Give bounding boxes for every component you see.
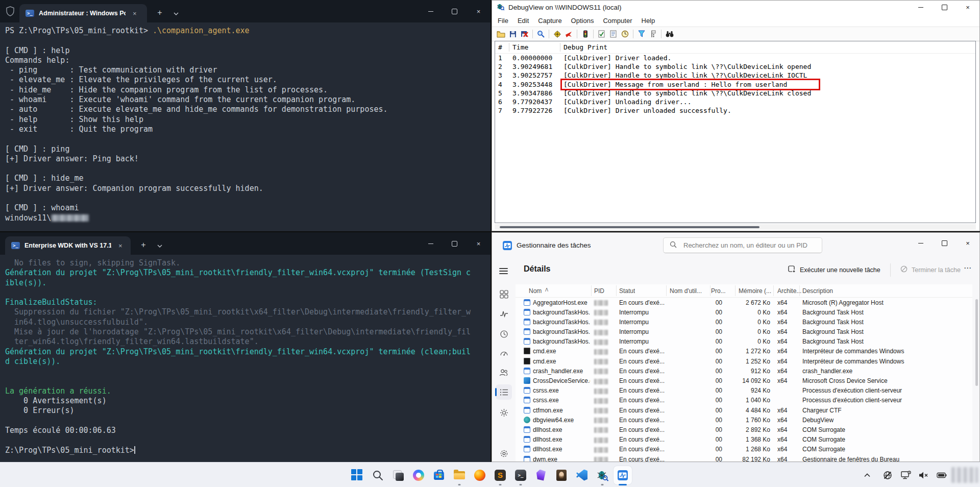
portrait-app-button[interactable] — [551, 464, 572, 487]
search-input[interactable] — [682, 241, 812, 250]
search-box[interactable] — [663, 237, 822, 253]
nav-app-history[interactable] — [496, 326, 512, 342]
tab-close-icon[interactable]: × — [118, 242, 122, 250]
microsoft-store-button[interactable] — [429, 464, 449, 487]
clock-date-redacted[interactable] — [951, 467, 978, 483]
nav-menu-toggle[interactable] — [499, 266, 508, 276]
debug-row[interactable]: 6 9.77920437 [CulkDriver] Unloading driv… — [495, 98, 975, 106]
column-pid[interactable]: PID — [594, 287, 604, 295]
run-new-task-button[interactable]: Exécuter une nouvelle tâche — [788, 265, 880, 275]
column-num[interactable]: # — [498, 41, 502, 53]
no-internet-icon[interactable] — [881, 469, 894, 482]
minimize-button[interactable] — [909, 1, 933, 14]
nav-performance[interactable] — [496, 306, 512, 321]
process-row[interactable]: cmd.exe En cours d'exé... 00 1 252 Ko x6… — [516, 356, 972, 366]
debugview-titlebar[interactable]: DebugView on \\WINDOWS11 (local) × — [492, 1, 979, 14]
maximize-button[interactable] — [933, 1, 956, 14]
traffic-light-icon[interactable] — [579, 29, 591, 39]
nav-services[interactable] — [496, 405, 512, 420]
menu-item[interactable]: Computer — [598, 17, 636, 25]
new-tab-button[interactable]: + — [137, 238, 150, 252]
volume-muted-icon[interactable] — [917, 469, 930, 482]
tab-dropdown-icon[interactable] — [169, 6, 183, 19]
column-debug-print[interactable]: Debug Print — [564, 41, 607, 53]
debug-output-list[interactable]: # Time Debug Print 1 0.00000000 [CulkDri… — [495, 41, 976, 223]
column-status[interactable]: Statut — [619, 287, 635, 295]
maximize-button[interactable] — [443, 0, 467, 22]
nav-users[interactable] — [496, 365, 512, 380]
close-button[interactable]: × — [956, 233, 979, 253]
minimize-button[interactable] — [419, 232, 443, 255]
process-row[interactable]: backgroundTaskHos... Interrompu 00 0 Ko … — [516, 337, 972, 347]
close-button[interactable]: × — [467, 232, 491, 255]
process-row[interactable]: dllhost.exe En cours d'exé... 00 1 368 K… — [516, 435, 972, 445]
filter-funnel-icon[interactable] — [635, 29, 647, 39]
nav-processes[interactable] — [496, 286, 512, 302]
list-header[interactable]: # Time Debug Print — [495, 41, 975, 54]
debug-row[interactable]: 5 3.90347886 [CulkDriver] Handle to symb… — [495, 89, 975, 98]
column-user[interactable]: Nom d'util... — [670, 287, 706, 295]
vertical-scrollbar[interactable] — [975, 299, 978, 386]
terminal-titlebar[interactable]: >_ Administrateur : Windows Po × + × — [0, 0, 491, 22]
minimize-button[interactable] — [909, 233, 933, 253]
process-row[interactable]: dbgview64.exe En cours d'exé... 00 1 760… — [516, 415, 972, 425]
tab-close-icon[interactable]: × — [133, 10, 137, 17]
column-description[interactable]: Description — [802, 287, 833, 295]
menu-item[interactable]: Options — [567, 17, 599, 25]
clear-display-icon[interactable] — [519, 29, 530, 39]
minimize-button[interactable] — [419, 0, 443, 22]
binoculars-icon[interactable] — [664, 29, 675, 39]
airplane-icon[interactable] — [563, 29, 575, 39]
search-button[interactable] — [368, 464, 388, 487]
tab-dropdown-icon[interactable] — [153, 238, 166, 252]
column-architecture[interactable]: Archite... — [777, 287, 801, 295]
column-memory[interactable]: Mémoire (... — [739, 287, 772, 295]
menu-item[interactable]: Help — [637, 17, 660, 25]
terminal-output[interactable]: PS Z:\Prog\TPs\05_mini_rootkit> .\compan… — [0, 22, 491, 231]
process-row[interactable]: crash_handler.exe En cours d'exé... 00 9… — [516, 366, 972, 376]
process-row[interactable]: ctfmon.exe En cours d'exé... 00 4 484 Ko… — [516, 405, 972, 415]
cast-display-icon[interactable] — [899, 469, 913, 482]
highlight-flag-icon[interactable] — [647, 29, 659, 39]
debug-row[interactable]: 1 0.00000000 [CulkDriver] Driver loaded. — [495, 54, 975, 62]
task-view-button[interactable] — [388, 464, 408, 487]
process-row[interactable]: backgroundTaskHos... Interrompu 00 0 Ko … — [516, 307, 972, 317]
tab-ewdk[interactable]: >_ Enterprise WDK with VS 17.11. × — [5, 236, 131, 255]
process-row[interactable]: dwm.exe En cours d'exé... 00 82 192 Ko x… — [516, 454, 972, 461]
maximize-button[interactable] — [443, 232, 467, 255]
column-name[interactable]: Nom — [529, 287, 542, 295]
form-check-icon[interactable] — [596, 29, 607, 39]
terminal-output[interactable]: No files to sign, skipping SignTask.Géné… — [0, 255, 491, 462]
file-explorer-button[interactable] — [449, 464, 470, 487]
capture-kernel-icon[interactable] — [551, 29, 563, 39]
close-button[interactable]: × — [956, 1, 979, 14]
new-tab-button[interactable]: + — [153, 6, 166, 19]
obsidian-button[interactable] — [531, 464, 551, 487]
process-row[interactable]: csrss.exe En cours d'exé... 00 924 Ko Pr… — [516, 386, 972, 396]
process-row[interactable]: CrossDeviceService.e... En cours d'exé..… — [516, 376, 972, 386]
debug-row[interactable]: 2 3.90249681 [CulkDriver] Handle to symb… — [495, 62, 975, 71]
battery-icon[interactable] — [935, 469, 948, 482]
process-row[interactable]: dllhost.exe En cours d'exé... 00 2 892 K… — [516, 425, 972, 434]
task-manager-button[interactable] — [612, 464, 633, 487]
close-button[interactable]: × — [467, 0, 491, 22]
menu-item[interactable]: Capture — [533, 17, 566, 25]
column-time[interactable]: Time — [512, 41, 528, 53]
taskman-titlebar[interactable]: Gestionnaire des tâches × — [492, 233, 979, 258]
folder-open-icon[interactable] — [495, 29, 507, 39]
form-lines-icon[interactable] — [607, 29, 619, 39]
terminal-titlebar[interactable]: >_ Enterprise WDK with VS 17.11. × + × — [0, 232, 491, 255]
process-row[interactable]: dllhost.exe En cours d'exé... 00 1 268 K… — [516, 445, 972, 454]
debugview-button[interactable] — [592, 464, 612, 487]
menu-item[interactable]: Edit — [513, 17, 533, 25]
process-row[interactable]: AggregatorHost.exe En cours d'exé... Sys… — [516, 298, 972, 307]
nav-details[interactable] — [496, 384, 512, 400]
debug-row[interactable]: 7 9.77922726 [CulkDriver] Driver unloade… — [495, 106, 975, 115]
nav-startup-apps[interactable] — [496, 346, 512, 361]
more-options-button[interactable]: ⋯ — [964, 263, 972, 273]
start-button[interactable] — [347, 464, 368, 487]
process-row[interactable]: backgroundTaskHos... Interrompu 00 0 Ko … — [516, 327, 972, 337]
process-row[interactable]: cmd.exe En cours d'exé... 00 1 272 Ko x6… — [516, 347, 972, 356]
vscode-button[interactable] — [572, 464, 592, 487]
copilot-button[interactable] — [408, 464, 429, 487]
